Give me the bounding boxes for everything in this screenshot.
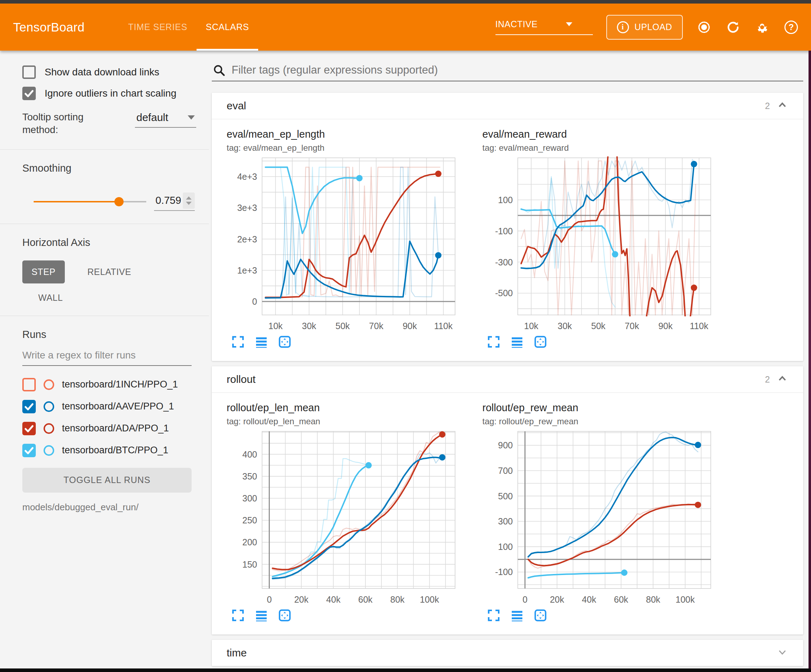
y-tick-label: 4e+3 — [237, 172, 257, 181]
run-label: tensorboard/AAVE/PPO_1 — [62, 401, 174, 412]
chart-title: rollout/ep_rew_mean — [482, 402, 716, 414]
fit-domain-icon[interactable] — [278, 608, 292, 624]
data-table-icon[interactable] — [254, 608, 268, 624]
chart-toolbar — [231, 608, 460, 624]
window-top-strip — [0, 0, 811, 3]
chart-plot[interactable]: 10k30k50k70k90k110k100-100-300-500 — [482, 155, 716, 332]
help-icon[interactable]: ? — [783, 19, 799, 35]
data-table-icon[interactable] — [510, 608, 524, 624]
chevron-up-icon[interactable] — [776, 372, 788, 386]
runs-list: tensorboard/1INCH/PPO_1tensorboard/AAVE/… — [22, 378, 209, 457]
y-tick-label: 300 — [242, 493, 257, 503]
run-checkbox[interactable] — [22, 422, 36, 435]
tab-bar: TIME SERIES SCALARS — [119, 3, 258, 51]
smoothing-value-box[interactable]: 0.759 — [154, 193, 195, 211]
show-download-links-label: Show data download links — [45, 66, 159, 78]
horizontal-axis-label: Horizontal Axis — [22, 237, 209, 249]
axis-step-button[interactable]: STEP — [22, 261, 65, 283]
run-row[interactable]: tensorboard/1INCH/PPO_1 — [22, 378, 209, 391]
y-tick-label: -500 — [495, 288, 513, 298]
section-rollout: rollout2rollout/ep_len_meantag: rollout/… — [212, 366, 803, 635]
fit-domain-icon[interactable] — [533, 335, 548, 350]
y-tick-label: 350 — [242, 471, 257, 481]
series-ada-raw — [272, 432, 442, 571]
stepper-down-icon[interactable] — [186, 202, 192, 205]
x-tick-label: 60k — [358, 594, 373, 604]
app-header: TensorBoard TIME SERIES SCALARS INACTIVE… — [0, 3, 811, 51]
run-color-circle-icon — [44, 445, 54, 456]
brightness-icon[interactable] — [696, 19, 712, 35]
fit-domain-icon[interactable] — [533, 608, 548, 624]
expand-chart-icon[interactable] — [231, 335, 245, 350]
chart-card-rollout/ep_rew_mean: rollout/ep_rew_meantag: rollout/ep_rew_m… — [482, 402, 716, 624]
section-body-eval: eval/mean_ep_lengthtag: eval/mean_ep_len… — [212, 119, 803, 361]
x-tick-label: 50k — [335, 321, 350, 331]
tooltip-sorting-label: Tooltip sorting method: — [22, 111, 117, 137]
series-aave — [272, 457, 442, 578]
toggle-all-runs-button[interactable]: TOGGLE ALL RUNS — [22, 468, 192, 493]
section-header-eval[interactable]: eval2 — [212, 93, 803, 119]
data-table-icon[interactable] — [510, 335, 524, 350]
smoothing-slider-thumb[interactable] — [114, 197, 124, 206]
fit-domain-icon[interactable] — [278, 335, 292, 350]
stepper-up-icon[interactable] — [186, 196, 192, 200]
section-chart-count: 2 — [765, 101, 770, 111]
tooltip-sorting-value: default — [136, 112, 168, 124]
series-endpoint-aave — [439, 454, 446, 460]
chart-toolbar — [231, 335, 460, 350]
body: Show data download links Ignore outliers… — [0, 51, 811, 669]
gear-icon[interactable] — [754, 19, 770, 35]
filter-tags-placeholder: Filter tags (regular expressions support… — [232, 64, 438, 77]
run-checkbox[interactable] — [22, 444, 36, 457]
smoothing-stepper[interactable] — [183, 193, 195, 209]
expand-chart-icon[interactable] — [487, 335, 501, 350]
smoothing-slider[interactable] — [34, 201, 146, 202]
x-tick-label: 80k — [390, 594, 405, 604]
show-download-links-row[interactable]: Show data download links — [22, 66, 209, 79]
run-checkbox[interactable] — [22, 400, 36, 413]
x-tick-label: 20k — [294, 594, 309, 604]
chevron-up-icon[interactable] — [776, 99, 788, 113]
chart-plot-area[interactable]: 020k40k60k80k100k150200250300350400 — [227, 428, 460, 607]
window-bottom-strip — [0, 669, 811, 672]
chart-title: rollout/ep_len_mean — [227, 402, 460, 414]
expand-chart-icon[interactable] — [487, 608, 501, 624]
run-label: tensorboard/BTC/PPO_1 — [62, 445, 168, 456]
chart-plot[interactable]: 10k30k50k70k90k110k01e+32e+33e+34e+3 — [227, 155, 460, 332]
status-dropdown[interactable]: INACTIVE — [495, 19, 593, 35]
expand-chart-icon[interactable] — [231, 608, 245, 624]
y-tick-label: 1e+3 — [237, 266, 257, 275]
filter-tags-bar[interactable]: Filter tags (regular expressions support… — [212, 64, 803, 81]
chart-plot-area[interactable]: 10k30k50k70k90k110k100-100-300-500 — [482, 155, 716, 333]
tooltip-sorting-dropdown[interactable]: default — [135, 111, 196, 128]
show-download-links-checkbox[interactable] — [22, 66, 36, 79]
chart-plot[interactable]: 020k40k60k80k100k-100100300500700900 — [482, 428, 716, 606]
chart-plot-area[interactable]: 020k40k60k80k100k-100100300500700900 — [482, 428, 716, 607]
axis-wall-button[interactable]: WALL — [38, 293, 70, 303]
upload-button[interactable]: i UPLOAD — [606, 15, 683, 40]
run-color-circle-icon — [44, 401, 54, 412]
run-row[interactable]: tensorboard/ADA/PPO_1 — [22, 422, 209, 435]
runs-base-path: models/debugged_eval_run/ — [22, 502, 209, 513]
y-tick-label: 300 — [498, 516, 513, 526]
ignore-outliers-row[interactable]: Ignore outliers in chart scaling — [22, 87, 209, 100]
chart-title: eval/mean_ep_length — [227, 129, 460, 140]
data-table-icon[interactable] — [254, 335, 268, 350]
run-row[interactable]: tensorboard/AAVE/PPO_1 — [22, 400, 209, 413]
run-row[interactable]: tensorboard/BTC/PPO_1 — [22, 444, 209, 457]
status-dropdown-value: INACTIVE — [495, 19, 538, 29]
tab-time-series[interactable]: TIME SERIES — [119, 3, 197, 51]
x-tick-label: 100k — [420, 594, 439, 604]
ignore-outliers-checkbox[interactable] — [22, 87, 36, 100]
chart-tag: tag: eval/mean_ep_length — [227, 143, 460, 153]
section-header-time[interactable]: time — [212, 640, 803, 666]
tab-scalars[interactable]: SCALARS — [197, 3, 258, 51]
section-header-rollout[interactable]: rollout2 — [212, 366, 803, 393]
chart-plot-area[interactable]: 10k30k50k70k90k110k01e+32e+33e+34e+3 — [227, 155, 460, 333]
run-checkbox[interactable] — [22, 378, 36, 391]
runs-filter-input[interactable]: Write a regex to filter runs — [22, 350, 192, 366]
chart-plot[interactable]: 020k40k60k80k100k150200250300350400 — [227, 428, 460, 606]
chevron-down-icon[interactable] — [776, 646, 788, 660]
refresh-icon[interactable] — [725, 19, 741, 35]
axis-relative-button[interactable]: RELATIVE — [78, 261, 141, 283]
